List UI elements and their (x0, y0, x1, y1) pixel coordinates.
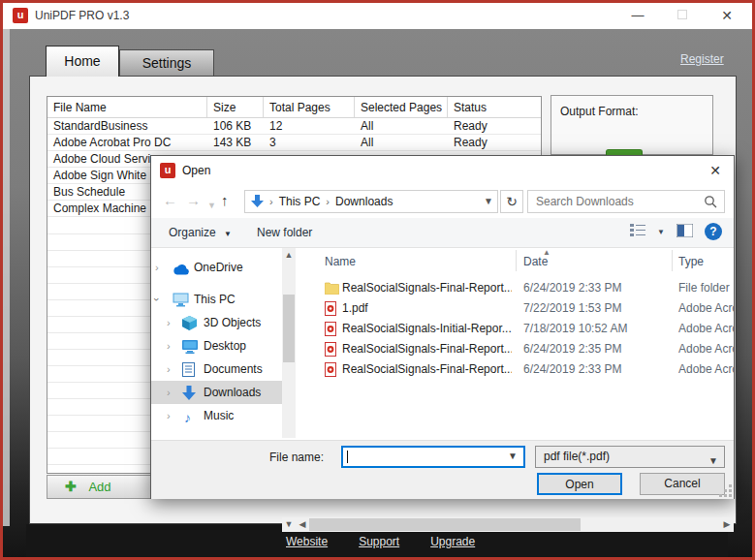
dialog-title-bar: u Open ✕ (151, 156, 734, 185)
unipdf-logo-icon: u (160, 163, 175, 178)
file-row[interactable]: RealSocialSignals-Final-Report... 6/24/2… (296, 339, 734, 359)
sidebar-item-onedrive[interactable]: › OneDrive (151, 256, 282, 279)
support-link[interactable]: Support (359, 535, 399, 548)
close-button[interactable]: ✕ (710, 3, 743, 28)
file-type: Adobe Acro (678, 319, 734, 339)
file-row[interactable]: RealSocialSignals-Final-Report... 6/24/2… (296, 278, 734, 298)
view-mode-icon[interactable] (630, 224, 645, 239)
file-name-combobox[interactable]: ▼ (341, 446, 525, 468)
output-format-label: Output Format: (560, 105, 639, 118)
sidebar-item-3d-objects[interactable]: › 3D Objects (151, 311, 282, 334)
file-type-select[interactable]: pdf file(*.pdf) ▼ (535, 446, 725, 468)
file-list-header: ▲ Name Date Type (296, 248, 734, 273)
combo-chevron-icon[interactable]: ▼ (508, 451, 518, 461)
col-type[interactable]: Type (678, 255, 704, 268)
plus-icon: ✚ (65, 480, 77, 494)
open-button[interactable]: Open (537, 473, 622, 495)
preview-pane-icon[interactable] (676, 224, 693, 240)
organize-chevron-icon: ▼ (224, 230, 232, 238)
sidebar-item-music[interactable]: › ♪ Music (151, 404, 282, 427)
col-file-name[interactable]: File Name (47, 97, 207, 117)
col-total-pages[interactable]: Total Pages (264, 97, 355, 117)
column-divider[interactable] (516, 250, 517, 271)
expand-chevron-icon[interactable]: › (167, 404, 171, 427)
cell-total-pages: 12 (264, 118, 355, 134)
add-button-label: Add (88, 480, 110, 494)
col-date[interactable]: Date (523, 255, 548, 268)
collapse-chevron-icon[interactable]: › (151, 297, 169, 301)
refresh-button[interactable]: ↻ (500, 190, 523, 213)
file-type: Adobe Acro (678, 339, 734, 359)
expand-chevron-icon[interactable]: › (167, 311, 171, 334)
expand-chevron-icon[interactable]: › (155, 256, 159, 279)
sidebar-item-downloads[interactable]: › Downloads (151, 381, 282, 404)
col-name[interactable]: Name (325, 255, 356, 268)
file-row[interactable]: 1.pdf 7/22/2019 1:53 PM Adobe Acro (296, 298, 734, 319)
minimize-button[interactable]: — (621, 3, 654, 28)
column-divider[interactable] (672, 250, 673, 271)
sidebar-scrollbar[interactable]: ▲ (282, 248, 296, 438)
resize-grip[interactable] (729, 494, 732, 497)
file-list-horizontal-scrollbar[interactable]: ◀ ▶ (296, 517, 734, 532)
table-header-row: File Name Size Total Pages Selected Page… (47, 97, 541, 118)
sidebar-item-this-pc[interactable]: › This PC (151, 288, 282, 311)
sidebar-item-label: Documents (204, 358, 263, 381)
help-icon[interactable]: ? (705, 223, 722, 240)
address-bar[interactable]: › This PC › Downloads ▼ (244, 190, 498, 213)
scroll-down-icon[interactable]: ▼ (282, 517, 296, 532)
table-row[interactable]: StandardBusiness 106 KB 12 All Ready (47, 118, 541, 135)
address-dropdown-chevron-icon[interactable]: ▼ (484, 196, 493, 206)
sidebar-item-label: 3D Objects (204, 311, 261, 334)
file-name: 1.pdf (342, 298, 368, 319)
sidebar-item-desktop[interactable]: › Desktop (151, 334, 282, 358)
cell-file-name: StandardBusiness (47, 118, 207, 134)
dialog-title: Open (182, 164, 210, 177)
col-selected-pages[interactable]: Selected Pages (355, 97, 448, 117)
new-folder-button[interactable]: New folder (257, 226, 312, 239)
upgrade-link[interactable]: Upgrade (430, 535, 475, 548)
expand-chevron-icon[interactable]: › (167, 358, 171, 381)
cell-selected-pages: All (355, 118, 448, 134)
forward-button[interactable]: → (186, 190, 201, 211)
sidebar-item-documents[interactable]: › Documents (151, 358, 282, 381)
file-date: 6/24/2019 2:35 PM (523, 339, 621, 359)
organize-menu[interactable]: Organize ▼ (169, 226, 232, 239)
scrollbar-thumb[interactable] (309, 518, 581, 531)
open-dialog: u Open ✕ ← → ▼ ↑ › This PC › Downloads ▼… (150, 155, 735, 499)
pdf-icon (325, 322, 339, 336)
breadcrumb-this-pc[interactable]: This PC (279, 195, 321, 208)
output-format-panel: Output Format: (551, 95, 713, 155)
cell-status: Ready (448, 118, 541, 134)
breadcrumb-separator-icon: › (320, 196, 335, 207)
tab-home[interactable]: Home (46, 46, 119, 77)
pdf-icon (325, 342, 339, 357)
add-button[interactable]: ✚ Add (47, 475, 153, 499)
cancel-button[interactable]: Cancel (640, 473, 725, 495)
col-status[interactable]: Status (448, 97, 541, 117)
file-row[interactable]: RealSocialSignals-Initial-Repor... 7/18/… (296, 319, 734, 339)
table-row[interactable]: Adobe Acrobat Pro DC 143 KB 3 All Ready (47, 135, 541, 151)
expand-chevron-icon[interactable]: › (167, 381, 171, 404)
back-button[interactable]: ← (163, 190, 177, 211)
file-type: Adobe Acro (678, 359, 734, 380)
scroll-left-icon[interactable]: ◀ (296, 517, 309, 532)
col-size[interactable]: Size (207, 97, 264, 117)
recent-locations-chevron-icon[interactable]: ▼ (207, 195, 216, 216)
website-link[interactable]: Website (286, 535, 328, 548)
dialog-close-button[interactable]: ✕ (700, 158, 731, 183)
onedrive-icon (173, 260, 188, 275)
file-type: File folder (678, 278, 734, 298)
file-date: 7/18/2019 10:52 AM (523, 319, 627, 339)
scroll-right-icon[interactable]: ▶ (720, 517, 734, 532)
scroll-up-icon[interactable]: ▲ (282, 248, 296, 262)
up-button[interactable]: ↑ (221, 190, 229, 211)
file-date: 6/24/2019 2:33 PM (523, 359, 621, 380)
register-link[interactable]: Register (680, 52, 724, 66)
file-row[interactable]: RealSocialSignals-Final-Report... 6/24/2… (296, 359, 734, 380)
view-mode-chevron-icon[interactable]: ▼ (657, 228, 665, 236)
breadcrumb-downloads[interactable]: Downloads (335, 195, 393, 208)
search-input[interactable] (534, 193, 699, 210)
scrollbar-thumb[interactable] (283, 295, 295, 362)
tab-settings[interactable]: Settings (119, 49, 214, 77)
expand-chevron-icon[interactable]: › (167, 334, 171, 358)
